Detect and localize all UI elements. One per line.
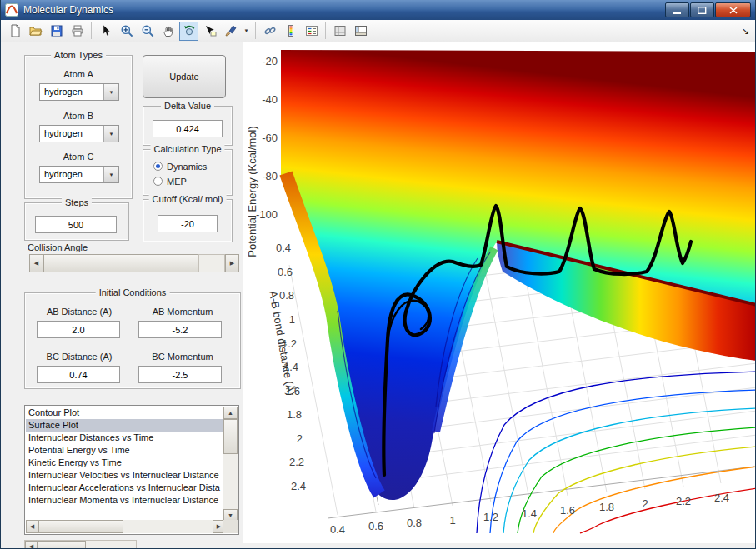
- dropdown-value: hydrogen: [40, 126, 103, 142]
- panel-title: Delta Value: [161, 101, 214, 111]
- bc-momentum-field[interactable]: [138, 366, 222, 383]
- cutoff-field[interactable]: [158, 215, 218, 232]
- maximize-icon: [698, 7, 707, 14]
- atom-b-dropdown[interactable]: hydrogen ▼: [39, 125, 119, 142]
- toolbar-separator: [325, 22, 326, 39]
- atom-types-panel: Atom Types Atom A hydrogen ▼ Atom B hydr…: [24, 55, 133, 199]
- atom-a-dropdown[interactable]: hydrogen ▼: [39, 83, 119, 101]
- maximize-button[interactable]: [690, 2, 714, 17]
- data-cursor-button[interactable]: [200, 22, 219, 41]
- list-item[interactable]: Potential Energy vs Time: [26, 444, 224, 457]
- chevron-down-icon[interactable]: ▼: [103, 126, 118, 142]
- collision-angle-slider[interactable]: ◀ ▶: [29, 254, 239, 272]
- save-icon: [50, 24, 63, 37]
- insert-legend-button[interactable]: [302, 22, 321, 41]
- svg-text:0.6: 0.6: [368, 520, 383, 532]
- ab-distance-label: AB Distance (A): [32, 307, 127, 317]
- bc-distance-label: BC Distance (A): [32, 352, 127, 362]
- link-plots-button[interactable]: [260, 22, 279, 41]
- radio-mep[interactable]: [153, 177, 163, 186]
- panel-title: Atom Types: [51, 50, 106, 60]
- steps-field[interactable]: [35, 216, 117, 233]
- scroll-left-button[interactable]: ◀: [26, 520, 38, 533]
- radio-dynamics[interactable]: [153, 162, 163, 171]
- new-file-icon: [8, 24, 22, 37]
- new-file-button[interactable]: [5, 22, 24, 41]
- list-item[interactable]: Contour Plot: [26, 407, 224, 419]
- svg-text:-40: -40: [262, 93, 278, 106]
- radio-mep-label: MEP: [167, 177, 187, 187]
- chevron-down-icon[interactable]: ▼: [103, 167, 118, 182]
- bc-distance-field[interactable]: [37, 366, 120, 383]
- svg-text:2: 2: [642, 497, 648, 510]
- rotate-3d-icon: [183, 24, 196, 37]
- dropdown-value: hydrogen: [40, 84, 103, 100]
- list-item[interactable]: Internuclear Velocities vs Internuclear …: [26, 469, 224, 482]
- plot-type-listbox[interactable]: Contour Plot Surface Plot Internuclear D…: [24, 405, 239, 535]
- save-button[interactable]: [47, 22, 66, 41]
- slider-right-arrow[interactable]: ▶: [225, 254, 239, 272]
- scrollbar-thumb[interactable]: [38, 520, 123, 533]
- minimize-icon: [673, 7, 682, 14]
- ab-distance-field[interactable]: [37, 321, 120, 338]
- list-item[interactable]: Internuclear Momenta vs Internuclear Dis…: [26, 494, 224, 507]
- scrollbar-thumb[interactable]: [223, 419, 238, 454]
- radio-dynamics-label: Dynamics: [167, 162, 207, 172]
- list-item[interactable]: Kinetic Energy vs Time: [26, 457, 224, 469]
- list-item[interactable]: Internuclear Distances vs Time: [26, 432, 224, 444]
- list-item-selected[interactable]: Surface Plot: [26, 419, 224, 432]
- atom-b-label: Atom B: [25, 111, 132, 121]
- pan-button[interactable]: [158, 22, 178, 41]
- show-plot-tools-icon: [354, 24, 368, 37]
- chevron-down-icon[interactable]: ▼: [103, 84, 118, 100]
- clipped-scrollbar-fragment[interactable]: ◀: [24, 540, 137, 549]
- y-axis-ticks: -20 -40 -60 -80 -100: [256, 55, 278, 221]
- list-item[interactable]: Internuclear Accelerations vs Internucle…: [26, 482, 224, 494]
- vertical-scrollbar[interactable]: ▲ ▼: [223, 407, 238, 522]
- slider-left-arrow[interactable]: ◀: [29, 254, 43, 272]
- svg-text:1.8: 1.8: [287, 408, 302, 421]
- link-plots-icon: [263, 24, 277, 37]
- edit-cursor-button[interactable]: [96, 22, 115, 41]
- scroll-left-button[interactable]: ◀: [25, 541, 38, 549]
- toolbar-separator: [91, 22, 92, 39]
- brush-button[interactable]: [221, 22, 240, 41]
- atom-a-label: Atom A: [25, 69, 132, 79]
- data-cursor-icon: [203, 24, 217, 37]
- minimize-button[interactable]: [665, 2, 689, 17]
- ab-momentum-field[interactable]: [138, 321, 222, 338]
- zoom-in-button[interactable]: [117, 22, 136, 41]
- scroll-up-button[interactable]: ▲: [223, 407, 238, 419]
- show-plot-tools-button[interactable]: [351, 22, 370, 41]
- dock-figure-icon[interactable]: ↘: [742, 26, 749, 37]
- slider-thumb[interactable]: [43, 254, 198, 272]
- update-button[interactable]: Update: [143, 55, 226, 98]
- zoom-out-button[interactable]: [138, 22, 157, 41]
- app-icon: [5, 3, 18, 17]
- hide-plot-tools-button[interactable]: [330, 22, 349, 41]
- svg-text:1.4: 1.4: [522, 507, 537, 520]
- svg-text:-60: -60: [262, 132, 278, 144]
- window-title: Molecular Dynamics: [23, 4, 113, 16]
- rotate-3d-button[interactable]: [179, 22, 198, 41]
- brush-dropdown-button[interactable]: ▼: [242, 22, 251, 41]
- print-button[interactable]: [68, 22, 87, 41]
- ab-momentum-label: AB Momentum: [135, 307, 230, 317]
- horizontal-scrollbar[interactable]: ◀ ▶: [26, 520, 225, 533]
- delta-value-field[interactable]: [153, 120, 223, 137]
- insert-colorbar-button[interactable]: [281, 22, 300, 41]
- panel-title: Calculation Type: [150, 144, 224, 154]
- close-button[interactable]: [715, 2, 751, 17]
- figure-toolbar: ▼: [1, 20, 755, 42]
- cutoff-panel: Cutoff (Kcal/ mol): [143, 199, 233, 242]
- svg-text:0.8: 0.8: [407, 517, 422, 529]
- scrollbar-thumb[interactable]: [38, 541, 86, 549]
- svg-text:2.4: 2.4: [291, 480, 306, 492]
- atom-c-label: Atom C: [25, 152, 132, 162]
- svg-text:1: 1: [449, 514, 455, 527]
- open-file-button[interactable]: [26, 22, 45, 41]
- delta-value-panel: Delta Value: [143, 106, 233, 146]
- atom-c-dropdown[interactable]: hydrogen ▼: [39, 166, 119, 183]
- slider-track[interactable]: [198, 254, 225, 272]
- surface-plot-canvas[interactable]: -20 -40 -60 -80 -100 0.4 0.6 0.8 1 1.2 1…: [244, 48, 756, 536]
